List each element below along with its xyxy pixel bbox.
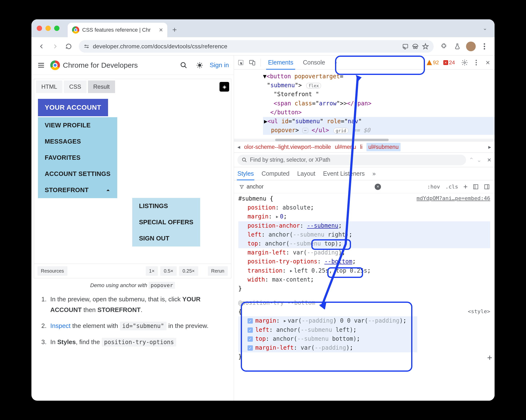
menu-item[interactable]: FAVORITES <box>38 150 117 166</box>
checkbox-icon[interactable] <box>248 336 253 342</box>
tab-styles[interactable]: Styles <box>237 167 254 180</box>
rerun-button[interactable]: Rerun <box>208 266 228 276</box>
svg-point-9 <box>198 64 201 67</box>
find-input[interactable]: Find by string, selector, or XPath <box>237 155 466 165</box>
address-bar[interactable]: developer.chrome.com/docs/devtools/css/r… <box>79 40 434 53</box>
crumb[interactable]: li <box>360 144 362 150</box>
menu-item[interactable]: ACCOUNT SETTINGS <box>38 166 117 182</box>
dom-scrollbar[interactable] <box>234 139 495 141</box>
source-link[interactable]: mdYdpOM?ani…pe=embed:46 <box>416 194 490 202</box>
tab-event-listeners[interactable]: Event Listeners <box>323 167 365 180</box>
close-window-icon[interactable] <box>37 26 42 31</box>
tabs-dropdown-icon[interactable]: ⌄ <box>480 23 490 33</box>
submenu-item[interactable]: LISTINGS <box>132 198 200 214</box>
labs-icon[interactable] <box>452 40 463 52</box>
styles-rules[interactable]: mdYdpOM?ani…pe=embed:46 #submenu { posit… <box>234 193 495 364</box>
submenu-item[interactable]: SPECIAL OFFERS <box>132 214 200 230</box>
kebab-menu-icon[interactable] <box>471 57 482 68</box>
embed-tab-html[interactable]: HTML <box>36 80 62 93</box>
account-button[interactable]: YOUR ACCOUNT <box>38 99 108 116</box>
more-styles-tabs-icon[interactable]: » <box>373 170 376 180</box>
new-rule-icon[interactable]: + <box>462 182 469 192</box>
device-toolbar-icon[interactable] <box>247 57 258 68</box>
codepen-logo-icon[interactable]: ◈ <box>220 82 229 92</box>
hov-button[interactable]: :hov <box>426 183 441 191</box>
tab-console[interactable]: Console <box>299 56 329 69</box>
crumb-selected[interactable]: ul#submenu <box>366 143 401 151</box>
find-next-icon[interactable]: ⌄ <box>477 157 482 163</box>
clear-filter-icon[interactable]: × <box>375 184 381 190</box>
zoom-05x[interactable]: 0.5× <box>160 266 176 276</box>
site-brand[interactable]: Chrome for Developers <box>50 60 138 70</box>
menu-icon[interactable] <box>36 60 46 70</box>
forward-button[interactable] <box>49 40 61 52</box>
sign-in-link[interactable]: Sign in <box>210 61 229 69</box>
list-item: In the preview, open the submenu, that i… <box>48 294 224 315</box>
profile-avatar[interactable] <box>465 40 477 52</box>
tab-computed[interactable]: Computed <box>262 167 289 180</box>
theme-toggle-icon[interactable] <box>194 60 205 71</box>
embed-tab-result[interactable]: Result <box>88 80 115 93</box>
svg-point-5 <box>484 43 485 45</box>
crumb-scroll-right-icon[interactable]: ▸ <box>488 144 491 150</box>
browser-toolbar: developer.chrome.com/docs/devtools/css/r… <box>31 37 495 56</box>
submenu: LISTINGS SPECIAL OFFERS SIGN OUT <box>132 198 200 247</box>
more-tabs-icon[interactable]: » <box>330 57 341 68</box>
cls-button[interactable]: .cls <box>444 183 460 191</box>
caption-code: popover <box>149 282 175 289</box>
checkbox-icon[interactable] <box>248 318 253 324</box>
back-button[interactable] <box>36 40 47 52</box>
filter-icon <box>239 184 244 189</box>
inspect-tool-icon[interactable] <box>235 57 246 68</box>
add-rule-icon[interactable]: + <box>487 351 492 364</box>
cast-icon[interactable] <box>402 43 408 50</box>
search-icon[interactable] <box>178 60 190 71</box>
close-devtools-icon[interactable]: × <box>483 57 493 68</box>
maximize-window-icon[interactable] <box>54 26 60 31</box>
close-tab-icon[interactable]: × <box>159 26 163 34</box>
computed-toggle-icon[interactable] <box>471 183 480 191</box>
svg-point-1 <box>87 47 88 48</box>
tab-layout[interactable]: Layout <box>297 167 315 180</box>
crumb[interactable]: ul#menu <box>335 144 356 150</box>
url-text: developer.chrome.com/docs/devtools/css/r… <box>93 43 227 50</box>
styles-filter[interactable]: anchor × <box>237 182 383 191</box>
resources-button[interactable]: Resources <box>38 266 67 276</box>
style-source[interactable]: <style> <box>468 307 490 316</box>
find-prev-icon[interactable]: ⌃ <box>469 157 474 163</box>
bookmark-star-icon[interactable] <box>422 43 429 50</box>
checkbox-icon[interactable] <box>248 328 253 333</box>
settings-icon[interactable] <box>459 57 470 68</box>
new-tab-button[interactable]: + <box>169 24 180 35</box>
submenu-item[interactable]: SIGN OUT <box>132 230 200 247</box>
find-placeholder: Find by string, selector, or XPath <box>250 157 330 163</box>
codepen-embed: HTML CSS Result ◈ YOUR ACCOUNT VIEW PROF… <box>34 79 231 278</box>
rendering-icon[interactable] <box>483 183 491 191</box>
zoom-1x[interactable]: 1× <box>146 266 158 276</box>
inspect-link[interactable]: Inspect <box>50 322 71 329</box>
menu-item[interactable]: MESSAGES <box>38 133 117 150</box>
errors-badge[interactable]: 24 <box>443 60 455 66</box>
menu-item[interactable]: VIEW PROFILE <box>38 117 117 133</box>
find-close-icon[interactable]: × <box>487 156 491 164</box>
extensions-icon[interactable] <box>438 40 450 52</box>
incognito-icon[interactable] <box>412 43 419 50</box>
tab-elements[interactable]: Elements <box>264 56 298 69</box>
dom-tree[interactable]: ▼<button popovertarget= "submenu"> flex … <box>234 70 495 139</box>
browser-tab[interactable]: CSS features reference | Chr × <box>68 23 167 37</box>
checkbox-icon[interactable] <box>248 345 253 351</box>
menu-item-storefront[interactable]: STOREFRONT <box>38 182 117 198</box>
zoom-025x[interactable]: 0.25× <box>179 266 198 276</box>
chrome-menu-icon[interactable] <box>479 40 490 52</box>
dom-breadcrumbs: ◂ olor-scheme--light.viewport--mobile ul… <box>234 141 495 153</box>
crumb-scroll-left-icon[interactable]: ◂ <box>237 144 240 150</box>
crumb[interactable]: olor-scheme--light.viewport--mobile <box>244 144 331 150</box>
reload-button[interactable] <box>63 40 74 52</box>
embed-container: HTML CSS Result ◈ YOUR ACCOUNT VIEW PROF… <box>31 75 234 278</box>
figure-caption: Demo using anchor with popover <box>31 278 234 294</box>
embed-tab-css[interactable]: CSS <box>64 80 86 93</box>
menu-item-label: STOREFRONT <box>45 186 89 194</box>
minimize-window-icon[interactable] <box>45 26 51 31</box>
warnings-badge[interactable]: 92 <box>427 60 439 66</box>
find-bar: Find by string, selector, or XPath ⌃ ⌄ × <box>234 153 495 167</box>
